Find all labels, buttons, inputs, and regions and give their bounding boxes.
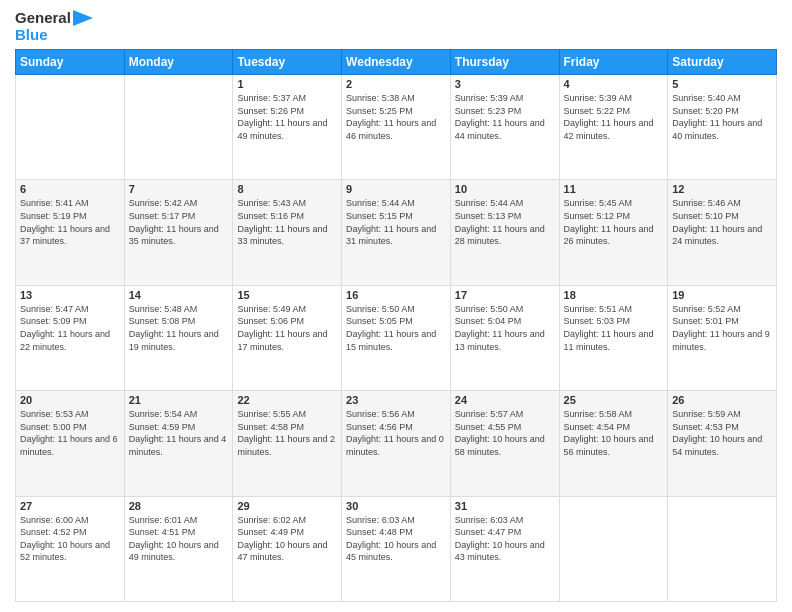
day-info: Sunrise: 5:57 AMSunset: 4:55 PMDaylight:… bbox=[455, 408, 555, 458]
day-number: 22 bbox=[237, 394, 337, 406]
day-info: Sunrise: 5:56 AMSunset: 4:56 PMDaylight:… bbox=[346, 408, 446, 458]
calendar-cell: 30Sunrise: 6:03 AMSunset: 4:48 PMDayligh… bbox=[342, 496, 451, 601]
day-info: Sunrise: 6:03 AMSunset: 4:47 PMDaylight:… bbox=[455, 514, 555, 564]
day-info: Sunrise: 5:58 AMSunset: 4:54 PMDaylight:… bbox=[564, 408, 664, 458]
calendar-cell: 26Sunrise: 5:59 AMSunset: 4:53 PMDayligh… bbox=[668, 391, 777, 496]
day-info: Sunrise: 5:42 AMSunset: 5:17 PMDaylight:… bbox=[129, 197, 229, 247]
day-info: Sunrise: 5:50 AMSunset: 5:04 PMDaylight:… bbox=[455, 303, 555, 353]
calendar-cell bbox=[124, 75, 233, 180]
calendar-cell: 5Sunrise: 5:40 AMSunset: 5:20 PMDaylight… bbox=[668, 75, 777, 180]
calendar-cell: 24Sunrise: 5:57 AMSunset: 4:55 PMDayligh… bbox=[450, 391, 559, 496]
day-info: Sunrise: 6:01 AMSunset: 4:51 PMDaylight:… bbox=[129, 514, 229, 564]
calendar-cell: 16Sunrise: 5:50 AMSunset: 5:05 PMDayligh… bbox=[342, 285, 451, 390]
day-number: 17 bbox=[455, 289, 555, 301]
calendar-week-row: 13Sunrise: 5:47 AMSunset: 5:09 PMDayligh… bbox=[16, 285, 777, 390]
day-number: 9 bbox=[346, 183, 446, 195]
calendar-cell: 23Sunrise: 5:56 AMSunset: 4:56 PMDayligh… bbox=[342, 391, 451, 496]
day-info: Sunrise: 5:51 AMSunset: 5:03 PMDaylight:… bbox=[564, 303, 664, 353]
calendar-cell: 11Sunrise: 5:45 AMSunset: 5:12 PMDayligh… bbox=[559, 180, 668, 285]
day-number: 1 bbox=[237, 78, 337, 90]
day-number: 8 bbox=[237, 183, 337, 195]
calendar-cell: 1Sunrise: 5:37 AMSunset: 5:26 PMDaylight… bbox=[233, 75, 342, 180]
weekday-header: Wednesday bbox=[342, 50, 451, 75]
day-number: 27 bbox=[20, 500, 120, 512]
day-info: Sunrise: 5:53 AMSunset: 5:00 PMDaylight:… bbox=[20, 408, 120, 458]
calendar-cell bbox=[559, 496, 668, 601]
calendar-cell: 15Sunrise: 5:49 AMSunset: 5:06 PMDayligh… bbox=[233, 285, 342, 390]
calendar-cell: 14Sunrise: 5:48 AMSunset: 5:08 PMDayligh… bbox=[124, 285, 233, 390]
calendar-cell bbox=[668, 496, 777, 601]
calendar-cell: 18Sunrise: 5:51 AMSunset: 5:03 PMDayligh… bbox=[559, 285, 668, 390]
day-number: 16 bbox=[346, 289, 446, 301]
day-info: Sunrise: 5:41 AMSunset: 5:19 PMDaylight:… bbox=[20, 197, 120, 247]
day-info: Sunrise: 5:40 AMSunset: 5:20 PMDaylight:… bbox=[672, 92, 772, 142]
day-info: Sunrise: 5:54 AMSunset: 4:59 PMDaylight:… bbox=[129, 408, 229, 458]
calendar-cell: 28Sunrise: 6:01 AMSunset: 4:51 PMDayligh… bbox=[124, 496, 233, 601]
weekday-header: Tuesday bbox=[233, 50, 342, 75]
calendar-week-row: 6Sunrise: 5:41 AMSunset: 5:19 PMDaylight… bbox=[16, 180, 777, 285]
calendar-cell: 10Sunrise: 5:44 AMSunset: 5:13 PMDayligh… bbox=[450, 180, 559, 285]
day-info: Sunrise: 5:50 AMSunset: 5:05 PMDaylight:… bbox=[346, 303, 446, 353]
calendar-cell: 4Sunrise: 5:39 AMSunset: 5:22 PMDaylight… bbox=[559, 75, 668, 180]
weekday-header: Saturday bbox=[668, 50, 777, 75]
header: General Blue bbox=[15, 10, 777, 43]
calendar-table: SundayMondayTuesdayWednesdayThursdayFrid… bbox=[15, 49, 777, 602]
calendar-cell: 17Sunrise: 5:50 AMSunset: 5:04 PMDayligh… bbox=[450, 285, 559, 390]
day-number: 29 bbox=[237, 500, 337, 512]
day-info: Sunrise: 5:39 AMSunset: 5:22 PMDaylight:… bbox=[564, 92, 664, 142]
day-info: Sunrise: 5:38 AMSunset: 5:25 PMDaylight:… bbox=[346, 92, 446, 142]
day-info: Sunrise: 5:39 AMSunset: 5:23 PMDaylight:… bbox=[455, 92, 555, 142]
weekday-header: Monday bbox=[124, 50, 233, 75]
calendar-cell: 13Sunrise: 5:47 AMSunset: 5:09 PMDayligh… bbox=[16, 285, 125, 390]
day-number: 13 bbox=[20, 289, 120, 301]
calendar-cell: 27Sunrise: 6:00 AMSunset: 4:52 PMDayligh… bbox=[16, 496, 125, 601]
day-number: 19 bbox=[672, 289, 772, 301]
logo-blue: Blue bbox=[15, 27, 93, 44]
logo-flag-icon bbox=[73, 10, 93, 26]
day-info: Sunrise: 6:02 AMSunset: 4:49 PMDaylight:… bbox=[237, 514, 337, 564]
day-number: 23 bbox=[346, 394, 446, 406]
weekday-header: Thursday bbox=[450, 50, 559, 75]
day-number: 18 bbox=[564, 289, 664, 301]
day-number: 14 bbox=[129, 289, 229, 301]
logo-container: General Blue bbox=[15, 10, 93, 43]
day-info: Sunrise: 5:45 AMSunset: 5:12 PMDaylight:… bbox=[564, 197, 664, 247]
day-number: 20 bbox=[20, 394, 120, 406]
weekday-header: Sunday bbox=[16, 50, 125, 75]
day-number: 30 bbox=[346, 500, 446, 512]
calendar-cell: 29Sunrise: 6:02 AMSunset: 4:49 PMDayligh… bbox=[233, 496, 342, 601]
day-number: 28 bbox=[129, 500, 229, 512]
calendar-week-row: 1Sunrise: 5:37 AMSunset: 5:26 PMDaylight… bbox=[16, 75, 777, 180]
calendar-cell: 25Sunrise: 5:58 AMSunset: 4:54 PMDayligh… bbox=[559, 391, 668, 496]
calendar-cell: 8Sunrise: 5:43 AMSunset: 5:16 PMDaylight… bbox=[233, 180, 342, 285]
calendar-cell: 12Sunrise: 5:46 AMSunset: 5:10 PMDayligh… bbox=[668, 180, 777, 285]
day-number: 7 bbox=[129, 183, 229, 195]
weekday-header-row: SundayMondayTuesdayWednesdayThursdayFrid… bbox=[16, 50, 777, 75]
day-info: Sunrise: 5:44 AMSunset: 5:13 PMDaylight:… bbox=[455, 197, 555, 247]
logo-general: General bbox=[15, 10, 71, 27]
calendar-cell: 3Sunrise: 5:39 AMSunset: 5:23 PMDaylight… bbox=[450, 75, 559, 180]
calendar-cell: 31Sunrise: 6:03 AMSunset: 4:47 PMDayligh… bbox=[450, 496, 559, 601]
day-info: Sunrise: 5:55 AMSunset: 4:58 PMDaylight:… bbox=[237, 408, 337, 458]
day-info: Sunrise: 6:00 AMSunset: 4:52 PMDaylight:… bbox=[20, 514, 120, 564]
day-number: 5 bbox=[672, 78, 772, 90]
day-info: Sunrise: 5:47 AMSunset: 5:09 PMDaylight:… bbox=[20, 303, 120, 353]
day-number: 21 bbox=[129, 394, 229, 406]
day-number: 3 bbox=[455, 78, 555, 90]
day-info: Sunrise: 6:03 AMSunset: 4:48 PMDaylight:… bbox=[346, 514, 446, 564]
day-number: 12 bbox=[672, 183, 772, 195]
calendar-cell: 19Sunrise: 5:52 AMSunset: 5:01 PMDayligh… bbox=[668, 285, 777, 390]
day-info: Sunrise: 5:52 AMSunset: 5:01 PMDaylight:… bbox=[672, 303, 772, 353]
day-info: Sunrise: 5:46 AMSunset: 5:10 PMDaylight:… bbox=[672, 197, 772, 247]
logo: General Blue bbox=[15, 10, 93, 43]
calendar-cell: 9Sunrise: 5:44 AMSunset: 5:15 PMDaylight… bbox=[342, 180, 451, 285]
day-info: Sunrise: 5:48 AMSunset: 5:08 PMDaylight:… bbox=[129, 303, 229, 353]
day-info: Sunrise: 5:59 AMSunset: 4:53 PMDaylight:… bbox=[672, 408, 772, 458]
day-number: 4 bbox=[564, 78, 664, 90]
day-number: 31 bbox=[455, 500, 555, 512]
day-number: 15 bbox=[237, 289, 337, 301]
day-number: 11 bbox=[564, 183, 664, 195]
day-info: Sunrise: 5:37 AMSunset: 5:26 PMDaylight:… bbox=[237, 92, 337, 142]
calendar-cell: 21Sunrise: 5:54 AMSunset: 4:59 PMDayligh… bbox=[124, 391, 233, 496]
calendar-cell: 7Sunrise: 5:42 AMSunset: 5:17 PMDaylight… bbox=[124, 180, 233, 285]
